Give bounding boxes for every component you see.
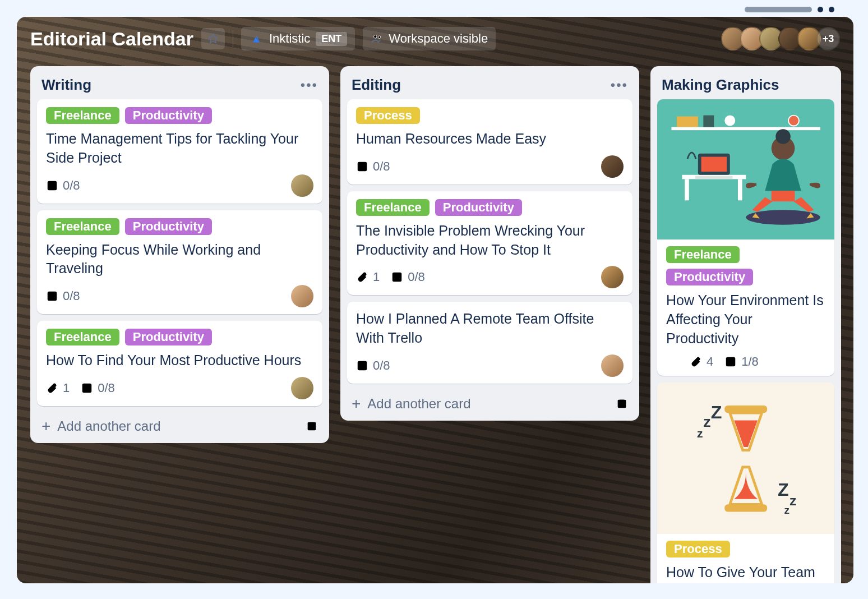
label-productivity[interactable]: Productivity xyxy=(666,269,753,285)
checklist-icon xyxy=(391,271,403,283)
atlassian-logo-icon xyxy=(249,31,264,46)
checklist-count: 0/8 xyxy=(63,178,80,193)
checklist-badge: 0/8 xyxy=(356,159,390,174)
attachments-badge: 1 xyxy=(46,381,70,395)
card-badges: 0/8 xyxy=(356,358,390,373)
separator xyxy=(233,30,233,47)
checklist-count: 0/8 xyxy=(63,289,80,303)
list-menu-button[interactable]: ••• xyxy=(611,77,628,93)
card[interactable]: FreelanceProductivityHow To Find Your Mo… xyxy=(37,321,322,406)
card-footer: 0/8 xyxy=(356,354,624,377)
star-button[interactable] xyxy=(201,28,225,49)
label-freelance[interactable]: Freelance xyxy=(46,107,119,124)
checklist-badge: 0/8 xyxy=(391,270,425,284)
svg-point-1 xyxy=(378,36,381,39)
svg-point-5 xyxy=(724,115,735,126)
card[interactable]: FreelanceProductivityHow Your Environmen… xyxy=(657,99,834,376)
card-labels: FreelanceProductivity xyxy=(46,218,313,235)
star-icon xyxy=(207,33,219,45)
card-badges: 10/8 xyxy=(356,270,425,284)
list-menu-button[interactable]: ••• xyxy=(301,77,318,93)
add-card-label: Add another card xyxy=(367,396,470,412)
card[interactable]: ProcessHuman Resources Made Easy 0/8 xyxy=(347,99,632,185)
label-freelance[interactable]: Freelance xyxy=(666,246,740,263)
card-title: Time Management Tips for Tackling Your S… xyxy=(46,130,313,168)
board-members[interactable]: +3 xyxy=(726,27,840,50)
card-badges: 0/8 xyxy=(46,289,80,303)
card[interactable]: FreelanceProductivityTime Management Tip… xyxy=(37,99,322,204)
card-title: How I Planned A Remote Team Offsite With… xyxy=(356,310,624,348)
label-freelance[interactable]: Freelance xyxy=(46,218,119,235)
attachment-icon xyxy=(690,356,702,368)
svg-text:z: z xyxy=(784,504,789,516)
card-member-avatar[interactable] xyxy=(601,354,624,377)
svg-rect-4 xyxy=(703,115,714,127)
card-labels: FreelanceProductivity xyxy=(46,107,313,124)
card-labels: FreelanceProductivity xyxy=(666,246,825,285)
add-card-button[interactable]: +Add another card xyxy=(347,390,632,413)
member-overflow[interactable]: +3 xyxy=(816,27,840,50)
svg-rect-2 xyxy=(671,127,820,130)
svg-point-15 xyxy=(775,129,791,144)
template-icon[interactable] xyxy=(616,398,628,410)
card-cover: z z Z Z z z xyxy=(657,383,834,534)
card-labels: FreelanceProductivity xyxy=(46,329,313,345)
visibility-label: Workspace visible xyxy=(389,31,488,46)
card-title: How Your Environment Is Affecting Your P… xyxy=(666,291,825,348)
checklist-icon xyxy=(46,290,58,302)
board-title[interactable]: Editorial Calendar xyxy=(30,28,193,50)
card-title: How To Give Your Team More Status Update… xyxy=(666,563,825,583)
list-header: Making Graphics xyxy=(657,73,834,99)
card-member-avatar[interactable] xyxy=(601,266,624,288)
card-member-avatar[interactable] xyxy=(291,174,313,197)
label-productivity[interactable]: Productivity xyxy=(125,218,212,235)
svg-rect-9 xyxy=(738,179,742,200)
card-footer: 0/8 xyxy=(356,155,624,178)
label-productivity[interactable]: Productivity xyxy=(435,199,522,216)
card[interactable]: z z Z Z z z ProcessHow To Give Your Team… xyxy=(657,383,834,583)
card[interactable]: FreelanceProductivityThe Invisible Probl… xyxy=(347,191,632,296)
description-icon xyxy=(666,356,678,368)
card-title: Human Resources Made Easy xyxy=(356,130,624,149)
card-member-avatar[interactable] xyxy=(601,155,624,178)
svg-rect-11 xyxy=(701,156,727,172)
svg-rect-16 xyxy=(771,191,795,201)
workspace-name: Inktistic xyxy=(269,31,310,46)
card-member-avatar[interactable] xyxy=(291,377,313,399)
checklist-icon xyxy=(356,160,368,173)
label-process[interactable]: Process xyxy=(356,107,420,124)
label-productivity[interactable]: Productivity xyxy=(125,107,212,124)
description-badge xyxy=(666,356,678,368)
svg-rect-12 xyxy=(695,176,732,179)
list-title[interactable]: Editing xyxy=(352,76,401,94)
svg-text:Z: Z xyxy=(710,402,722,422)
visibility-button[interactable]: Workspace visible xyxy=(363,27,496,50)
card-member-avatar[interactable] xyxy=(291,285,313,307)
plus-icon: + xyxy=(41,418,50,434)
svg-text:z: z xyxy=(697,426,703,439)
label-freelance[interactable]: Freelance xyxy=(356,199,430,216)
attachments-count: 1 xyxy=(373,270,380,284)
label-process[interactable]: Process xyxy=(666,541,730,557)
workspace-plan-badge: ENT xyxy=(316,32,347,46)
svg-text:z: z xyxy=(789,493,796,508)
checklist-badge: 0/8 xyxy=(46,178,80,193)
card-footer: 0/8 xyxy=(46,174,313,197)
list-title[interactable]: Making Graphics xyxy=(662,76,779,94)
add-card-button[interactable]: +Add another card xyxy=(37,413,322,435)
workspace-button[interactable]: Inktistic ENT xyxy=(241,27,355,50)
svg-point-0 xyxy=(374,35,377,39)
people-icon xyxy=(371,33,383,45)
card-title: Keeping Focus While Working and Travelin… xyxy=(46,241,313,279)
card[interactable]: How I Planned A Remote Team Offsite With… xyxy=(347,302,632,384)
card[interactable]: FreelanceProductivityKeeping Focus While… xyxy=(37,210,322,315)
svg-text:z: z xyxy=(703,413,710,430)
card-labels: Process xyxy=(356,107,624,124)
list-title[interactable]: Writing xyxy=(41,76,91,94)
svg-point-6 xyxy=(788,115,799,126)
checklist-badge: 0/8 xyxy=(46,289,80,303)
template-icon[interactable] xyxy=(306,420,318,432)
label-freelance[interactable]: Freelance xyxy=(46,329,119,345)
card-badges: 10/8 xyxy=(46,381,115,395)
label-productivity[interactable]: Productivity xyxy=(125,329,212,345)
